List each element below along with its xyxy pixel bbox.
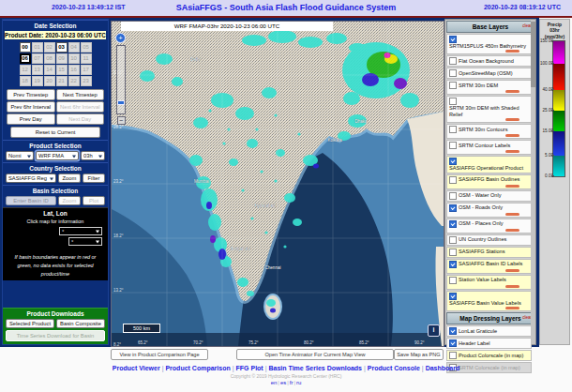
hour-cell-03[interactable]: 03 <box>56 42 68 53</box>
layer-station-value-labels[interactable]: Station Value Labels <box>446 275 532 290</box>
language-link-es[interactable]: es <box>280 380 286 385</box>
layer-srtm15plus-450m-bathymetry[interactable]: SRTM15PLUS 450m Bathymetry <box>446 34 532 54</box>
checkbox-flat-ocean-background[interactable] <box>449 57 457 65</box>
layer-osm-places-only[interactable]: OSM - Places Only <box>446 219 532 234</box>
zoom-out-button[interactable]: − <box>117 116 126 125</box>
layer-osm-water-only[interactable]: OSM - Water Only <box>446 190 532 202</box>
dressing-layer-lonlat-graticule[interactable]: LonLat Graticule <box>446 325 532 337</box>
opacity-slider[interactable] <box>505 50 519 53</box>
language-link-ru[interactable]: ru <box>296 380 301 385</box>
country-filter-button[interactable]: Filter <box>83 173 105 183</box>
checkbox-sasiaffg-basin-value-labels[interactable] <box>449 293 457 300</box>
opacity-slider[interactable] <box>505 185 519 188</box>
hour-cell-21: 21 <box>56 76 68 86</box>
country-zoom-button[interactable]: Zoom <box>58 173 81 183</box>
footer-link-product-console[interactable]: Product Console <box>368 365 420 371</box>
layer-un-country-outlines[interactable]: UN Country Outlines <box>446 234 532 246</box>
layer-sasiaffg-basin-outlines[interactable]: SASIAFFG Basin Outlines <box>446 174 532 189</box>
selected-product-button[interactable]: Selected Product <box>6 319 54 328</box>
opacity-slider[interactable] <box>505 269 519 272</box>
footer-link-dashboard[interactable]: Dashboard <box>426 365 460 371</box>
hour-cell-06[interactable]: 06 <box>20 53 31 64</box>
opacity-slider[interactable] <box>505 213 519 216</box>
degree-symbol: ° <box>62 229 64 234</box>
zoom-in-button[interactable]: + <box>115 33 126 43</box>
checkbox-sasiaffg-basin-id-labels[interactable] <box>449 261 457 268</box>
language-link-fr[interactable]: fr <box>290 380 294 385</box>
layer-sasiaffg-basin-value-labels[interactable]: SASIAFFG Basin Value Labels <box>446 291 532 311</box>
opacity-slider[interactable] <box>505 229 519 232</box>
prev-day-button[interactable]: Prev Day <box>7 113 55 125</box>
layer-sasiaffg-stations[interactable]: SASIAFFG Stations <box>446 247 532 258</box>
hour-cell-00[interactable]: 00 <box>20 42 31 53</box>
checkbox-sasiaffg-stations[interactable] <box>449 249 457 256</box>
basin-composite-button[interactable]: Basin Composite <box>56 319 105 328</box>
checkbox-sasiaffg-operational-product[interactable] <box>449 158 457 165</box>
layer-srtm-30m-contours[interactable]: SRTM 30m Contours <box>446 124 532 139</box>
dressing-layer-product-colorscale-in-map[interactable]: Product Colorscale (in map) <box>446 350 532 361</box>
duration-select[interactable]: 03h <box>81 151 105 160</box>
opacity-slider[interactable] <box>505 285 519 288</box>
checkbox-osm-water-only[interactable] <box>449 192 457 200</box>
dressing-layer-header-label[interactable]: Header Label <box>446 338 532 349</box>
layer-srtm-30m-dem-with-shaded-relief[interactable]: SRTM 30m DEM with Shaded Relief <box>446 96 532 123</box>
language-link-en[interactable]: en <box>271 380 278 385</box>
layer-flat-ocean-background[interactable]: Flat Ocean Background <box>446 55 532 67</box>
opacity-slider[interactable] <box>505 90 519 93</box>
checkbox-sasiaffg-basin-outlines[interactable] <box>449 176 457 184</box>
map-zoom-control: + − <box>115 33 127 125</box>
colorbar-tickline <box>551 130 554 131</box>
checkbox-srtm-30m-dem-with-shaded-relief[interactable] <box>449 98 457 105</box>
map-viewport[interactable]: WRF FMAP-03hr 2020-10-23 06:00 UTC + − 5… <box>111 21 444 347</box>
basin-plot-button: Plot <box>83 196 105 205</box>
layer-srtm-30m-dem[interactable]: SRTM 30m DEM <box>446 80 532 95</box>
checkbox-un-country-outlines[interactable] <box>449 236 457 244</box>
colorbar-tickline <box>551 175 554 176</box>
product-type-select[interactable]: Nomi <box>6 151 34 160</box>
next-timestep-button[interactable]: Next Timestep <box>56 89 105 100</box>
country-select[interactable]: SASIAFFG Reg <box>6 173 56 183</box>
colorbar-segment-3 <box>553 111 564 131</box>
checkbox-srtm-30m-dem[interactable] <box>449 82 457 89</box>
checkbox-lonlat-graticule[interactable] <box>449 327 457 335</box>
zoom-slider-handle[interactable] <box>117 100 125 105</box>
opacity-slider[interactable] <box>505 307 519 309</box>
checkbox-srtm-30m-contours[interactable] <box>449 126 457 133</box>
map-header-label: WRF FMAP-03hr 2020-10-23 06:00 UTC <box>121 22 333 31</box>
longitude-select[interactable]: ° <box>68 237 102 246</box>
prev-6hr-interval-button[interactable]: Prev 6hr Interval <box>7 101 55 113</box>
layer-sasiaffg-basin-id-labels[interactable]: SASIAFFG Basin ID Labels <box>446 259 532 274</box>
checkbox-osm-places-only[interactable] <box>449 220 457 228</box>
layer-osm-roads-only[interactable]: OSM - Roads Only <box>446 203 532 218</box>
layer-openstreetmap-osm[interactable]: OpenStreetMap (OSM) <box>446 68 532 79</box>
product-select[interactable]: WRF FMA <box>36 151 79 160</box>
prev-timestep-button[interactable]: Prev Timestep <box>7 89 55 100</box>
save-png-button[interactable]: Save Map as PNG <box>394 349 444 360</box>
checkbox-product-colorscale-in-map[interactable] <box>449 352 457 359</box>
time-animator-button[interactable]: Open Time Animator For Current Map View <box>236 349 394 360</box>
checkbox-srtm-contour-labels[interactable] <box>449 142 457 149</box>
scrollbar-thumb[interactable] <box>531 22 535 87</box>
layer-sasiaffg-operational-product[interactable]: SASIAFFG Operational Product <box>446 156 532 173</box>
checkbox-openstreetmap-osm[interactable] <box>449 69 457 77</box>
footer-link-ffg-plot[interactable]: FFG Plot <box>236 365 263 371</box>
opacity-slider[interactable] <box>505 150 519 153</box>
opacity-slider[interactable] <box>505 118 519 121</box>
reset-to-current-button[interactable]: Reset to Current <box>10 127 100 138</box>
zoom-slider-track[interactable] <box>116 45 126 114</box>
map-canvas[interactable] <box>112 22 444 346</box>
opacity-slider[interactable] <box>505 134 519 137</box>
checkbox-srtm15plus-450m-bathymetry[interactable] <box>449 36 457 43</box>
latitude-select[interactable]: ° <box>59 227 102 235</box>
footer-link-basin-time-series-downloads[interactable]: Basin Time Series Downloads <box>269 365 362 371</box>
layer-srtm-contour-labels[interactable]: SRTM Contour Labels <box>446 140 532 155</box>
checkbox-header-label[interactable] <box>449 339 457 347</box>
info-button[interactable]: i <box>428 324 440 337</box>
basin-id-input[interactable]: Enter Basin ID <box>6 196 56 205</box>
footer-link-product-viewer[interactable]: Product Viewer <box>113 365 160 371</box>
layers-scrollbar[interactable] <box>531 20 535 344</box>
product-comparison-button[interactable]: View in Product Comparison Page <box>111 349 208 360</box>
checkbox-osm-roads-only[interactable] <box>449 204 457 212</box>
footer-link-product-comparison[interactable]: Product Comparison <box>165 365 230 371</box>
checkbox-station-value-labels[interactable] <box>449 277 457 284</box>
